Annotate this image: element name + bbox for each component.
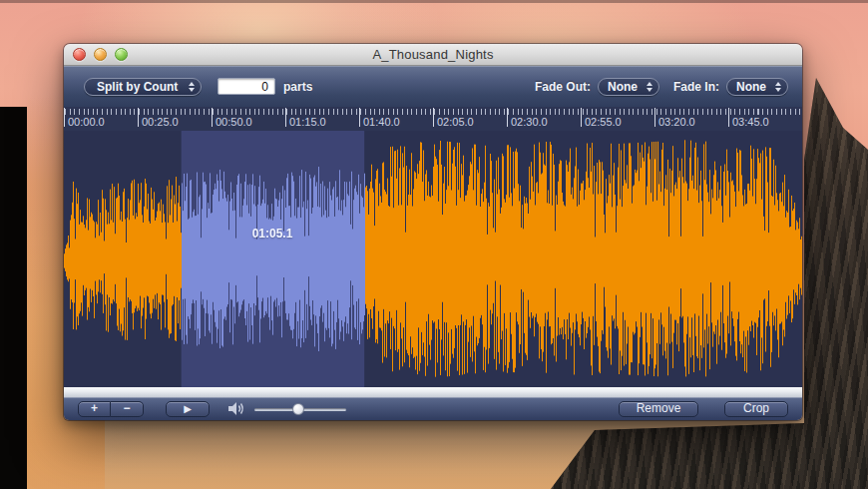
app-window: A_Thousand_Nights Split by Count parts F… xyxy=(64,44,802,420)
minimize-button[interactable] xyxy=(94,48,107,61)
ruler-tick-label: 02:30.0 xyxy=(507,115,581,130)
ruler-tick-label: 00:50.0 xyxy=(212,115,285,130)
ruler-tick-label: 01:40.0 xyxy=(359,115,433,130)
bottom-toolbar: + − ▶ Remove Crop xyxy=(64,397,802,420)
window-titlebar[interactable]: A_Thousand_Nights xyxy=(64,44,802,66)
fade-out-label: Fade Out: xyxy=(535,80,591,94)
split-mode-select[interactable]: Split by Count xyxy=(84,78,202,96)
ruler-tick-label: 01:15.0 xyxy=(285,115,359,130)
desktop-wallpaper: A_Thousand_Nights Split by Count parts F… xyxy=(0,0,868,489)
wallpaper-ground xyxy=(27,425,626,489)
fade-out-value: None xyxy=(608,80,638,94)
play-icon: ▶ xyxy=(184,403,192,414)
crop-button[interactable]: Crop xyxy=(724,401,788,417)
selection-time-label: 01:05.1 xyxy=(252,227,293,241)
split-mode-value: Split by Count xyxy=(97,80,178,94)
volume-icon xyxy=(227,401,246,416)
zoom-window-button[interactable] xyxy=(115,48,128,61)
updown-arrows-icon xyxy=(189,82,195,92)
zoom-segmented-control: + − xyxy=(78,401,144,417)
ruler-tick-label: 00:00.0 xyxy=(64,115,138,130)
fade-in-select[interactable]: None xyxy=(726,78,788,96)
wallpaper-top-shade xyxy=(0,0,868,3)
fade-in-label: Fade In: xyxy=(673,80,719,94)
volume-slider-knob[interactable] xyxy=(292,403,304,415)
updown-arrows-icon xyxy=(775,82,781,92)
zoom-in-button[interactable]: + xyxy=(78,401,111,417)
ruler-tick-label: 03:20.0 xyxy=(654,115,728,130)
top-toolbar: Split by Count parts Fade Out: None Fade… xyxy=(64,66,802,107)
zoom-out-button[interactable]: − xyxy=(111,401,144,417)
ruler-labels: 00:00.000:25.000:50.001:15.001:40.002:05… xyxy=(64,115,802,130)
wallpaper-black-edge xyxy=(0,107,27,489)
remove-button[interactable]: Remove xyxy=(619,401,698,417)
window-title: A_Thousand_Nights xyxy=(64,47,802,62)
ruler-tick-label: 02:05.0 xyxy=(433,115,507,130)
fade-out-select[interactable]: None xyxy=(598,78,659,96)
timeline-ruler[interactable]: 00:00.000:25.000:50.001:15.001:40.002:05… xyxy=(64,107,802,131)
parts-label: parts xyxy=(283,80,312,94)
close-button[interactable] xyxy=(73,48,86,61)
play-button[interactable]: ▶ xyxy=(166,401,210,417)
waveform-canvas[interactable] xyxy=(64,131,802,387)
ruler-tick-label: 00:25.0 xyxy=(138,115,212,130)
volume-slider[interactable] xyxy=(254,403,346,415)
updown-arrows-icon xyxy=(647,82,652,92)
waveform-area[interactable]: 01:05.1 xyxy=(64,131,802,386)
ruler-tick-label: 03:45.0 xyxy=(728,115,802,130)
parts-count-input[interactable] xyxy=(217,78,275,95)
horizontal-scrollbar[interactable] xyxy=(64,386,802,397)
ruler-tick-label: 02:55.0 xyxy=(581,115,654,130)
fade-in-value: None xyxy=(736,80,766,94)
traffic-lights xyxy=(73,48,128,61)
